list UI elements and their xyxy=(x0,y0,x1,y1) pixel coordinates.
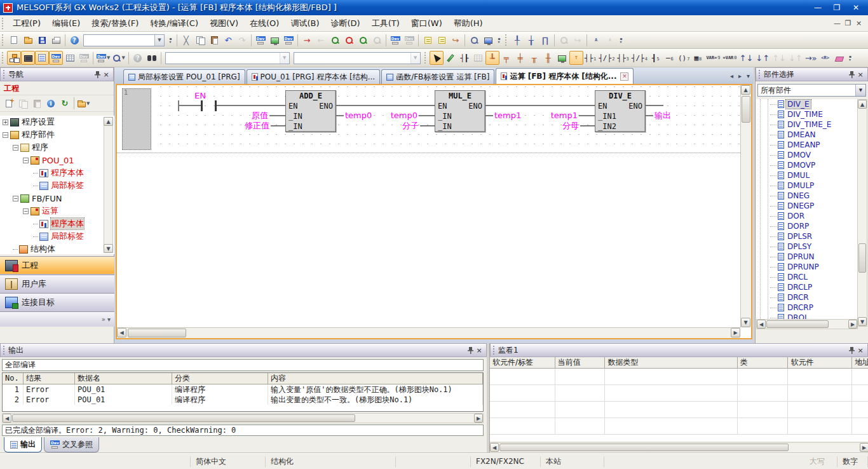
close-icon[interactable]: × xyxy=(102,70,111,79)
tree-expander-icon[interactable]: − xyxy=(23,208,29,214)
chevron-down-icon[interactable]: ▼ xyxy=(280,53,289,64)
device-display-format[interactable]: Dev▼ xyxy=(95,51,111,65)
tree-item-程序部件[interactable]: −程序部件 xyxy=(0,128,114,141)
tab-scroll-left-icon[interactable]: ◂ xyxy=(730,72,733,79)
jump-instruction[interactable]: →» xyxy=(804,51,818,65)
comment-write[interactable] xyxy=(435,33,449,47)
output-instruction[interactable]: ()7 xyxy=(677,51,691,65)
maximize-button[interactable]: ❐ xyxy=(827,2,846,13)
part-item-DIV_TIME_E[interactable]: DIV_TIME_E xyxy=(756,119,858,130)
watch-row-2[interactable] xyxy=(490,402,868,418)
keyword-search-combo[interactable]: ▼ xyxy=(83,34,165,46)
redo[interactable]: ↷ xyxy=(235,33,249,47)
editor-vscrollbar[interactable]: ▲ ▼ xyxy=(740,85,751,327)
tree-item-运算[interactable]: −运算 xyxy=(0,205,114,217)
pin-icon[interactable] xyxy=(93,70,102,79)
part-item-DMOV[interactable]: DMOV xyxy=(756,150,858,160)
comment-jump[interactable] xyxy=(421,33,435,47)
display-setting[interactable] xyxy=(481,33,495,47)
device-batch-monitor[interactable]: Dev xyxy=(281,33,295,47)
parts-vscrollbar[interactable]: ▲ ▼ xyxy=(857,99,867,327)
tree-item-局部标签[interactable]: 局部标签 xyxy=(0,230,114,243)
part-item-DMUL[interactable]: DMUL xyxy=(756,170,858,180)
device-comment-search[interactable]: Dev xyxy=(254,33,268,47)
menu-item-10[interactable]: 帮助(H) xyxy=(448,15,489,32)
return-instruction[interactable]: <R> xyxy=(818,51,832,65)
tab-scroll-right-icon[interactable]: ▸ xyxy=(738,72,742,79)
device-display-off[interactable]: Dev xyxy=(402,33,416,47)
chevron-down-icon[interactable]: ▼ xyxy=(855,85,865,96)
menu-item-1[interactable]: 编辑(E) xyxy=(46,15,86,32)
nav-button-用户库[interactable]: 用户库 xyxy=(0,275,114,293)
menu-item-0[interactable]: 工程(P) xyxy=(7,15,46,32)
wrap-line-dest[interactable]: ↓↑ xyxy=(754,51,771,65)
chevron-down-icon[interactable]: ▼ xyxy=(410,53,420,64)
find[interactable] xyxy=(145,51,159,65)
output-col-0[interactable]: No. xyxy=(3,373,24,384)
horizontal-line[interactable]: ─6 xyxy=(663,51,677,65)
print-preview[interactable] xyxy=(467,33,481,47)
find-replace[interactable]: ▼ xyxy=(111,51,126,65)
tab-close-icon[interactable]: ✕ xyxy=(620,72,628,81)
scroll-up-icon[interactable]: ▲ xyxy=(104,117,113,126)
tree-item-FB/FUN[interactable]: −FB/FUN xyxy=(0,192,114,205)
device-memory[interactable] xyxy=(63,51,77,65)
mdi-restore-icon[interactable]: ❐ xyxy=(843,19,853,27)
open-project[interactable] xyxy=(21,33,35,47)
sort-filter[interactable]: ▼ xyxy=(76,97,91,111)
help[interactable]: ? xyxy=(67,33,81,47)
device-reference[interactable]: Dev xyxy=(77,51,91,65)
comment-display[interactable] xyxy=(555,51,569,65)
device-find[interactable] xyxy=(557,33,571,47)
close-icon[interactable]: × xyxy=(475,346,484,355)
watch-col-3[interactable]: 类 xyxy=(738,357,789,369)
tree-expander-icon[interactable]: − xyxy=(13,145,18,151)
part-item-DPLSY[interactable]: DPLSY xyxy=(756,241,858,252)
coil[interactable]: ┨5 xyxy=(649,51,663,65)
undo[interactable]: ↶ xyxy=(221,33,235,47)
save-project[interactable] xyxy=(35,33,49,47)
menu-item-9[interactable]: 窗口(W) xyxy=(405,15,448,32)
tree-item-程序本体[interactable]: 程序本体 xyxy=(0,217,114,230)
part-item-DMEAN[interactable]: DMEAN xyxy=(756,130,858,140)
delete-column[interactable]: ╫ xyxy=(541,51,555,65)
tree-expander-icon[interactable]: + xyxy=(3,119,8,125)
bottom-tab-交叉参照[interactable]: Dev交叉参照 xyxy=(44,437,99,452)
instruction-combo[interactable]: ▼ xyxy=(294,52,421,64)
monitor-stop[interactable] xyxy=(342,33,356,47)
nav-button-连接目标[interactable]: 连接目标 xyxy=(0,293,114,311)
tree-expander-icon[interactable]: − xyxy=(3,132,8,138)
part-item-DRCRP[interactable]: DRCRP xyxy=(756,302,858,313)
menu-item-8[interactable]: 工具(T) xyxy=(366,15,405,32)
select-mode[interactable] xyxy=(430,51,444,65)
part-item-DOR[interactable]: DOR xyxy=(756,211,858,221)
menu-item-2[interactable]: 搜索/替换(F) xyxy=(86,15,144,32)
tree-item-程序本体[interactable]: 程序本体 xyxy=(0,167,114,179)
edit-mode[interactable] xyxy=(444,51,458,65)
watch-col-2[interactable]: 数据类型 xyxy=(605,357,737,369)
cut[interactable]: ╳ xyxy=(179,33,193,47)
wrap-line-source[interactable]: ↑↓ xyxy=(738,51,755,65)
read-from-plc[interactable]: ← xyxy=(314,33,328,47)
output-col-3[interactable]: 分类 xyxy=(172,373,268,384)
text-mode[interactable]: T xyxy=(569,51,583,65)
auto-connect[interactable]: ┺ xyxy=(485,51,499,65)
tree-item-程序设置[interactable]: +程序设置 xyxy=(0,116,114,128)
fbd-block-MUL_E[interactable]: MUL_EENENO_IN_IN xyxy=(435,90,485,132)
new-project[interactable] xyxy=(7,33,21,47)
print[interactable] xyxy=(49,33,63,47)
insert-column[interactable]: ╪ xyxy=(513,51,527,65)
device-name-combo-input[interactable] xyxy=(166,53,280,64)
part-item-DRCL[interactable]: DRCL xyxy=(756,272,858,282)
grid-display[interactable] xyxy=(471,51,485,65)
device-name-combo[interactable]: ▼ xyxy=(165,52,290,64)
bottom-tab-输出[interactable]: 输出 xyxy=(4,437,42,452)
output-col-4[interactable]: 内容 xyxy=(268,373,483,384)
pin-icon[interactable] xyxy=(466,346,475,355)
ladder-insert-above[interactable]: ╀ xyxy=(510,33,524,47)
statement-jump[interactable]: ↪ xyxy=(449,33,463,47)
part-item-DRCLP[interactable]: DRCLP xyxy=(756,282,858,292)
part-item-DORP[interactable]: DORP xyxy=(756,221,858,231)
output-window-toggle[interactable] xyxy=(35,51,49,65)
element-selection-toggle[interactable] xyxy=(21,51,35,65)
